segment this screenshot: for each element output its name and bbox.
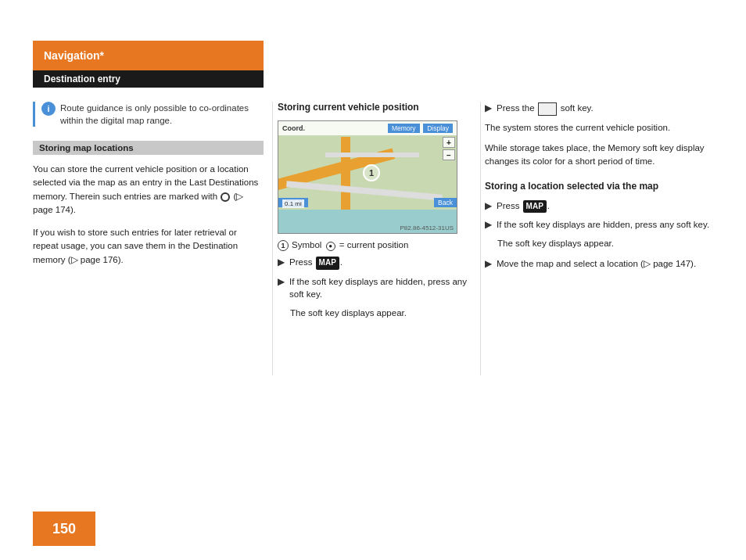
zoom-out-btn: − <box>443 149 455 160</box>
mid-bullet-2: ▶ If the soft key displays are hidden, p… <box>278 275 473 301</box>
page-number: 150 <box>52 521 76 537</box>
right-bullet-text-1: Press MAP. <box>497 199 550 214</box>
left-column: i Route guidance is only possible to co-… <box>33 102 264 276</box>
map-zoom-buttons: + − <box>441 135 457 162</box>
info-icon: i <box>41 102 56 116</box>
info-box: i Route guidance is only possible to co-… <box>33 102 264 127</box>
soft-key-box <box>538 102 558 116</box>
section-label-storing-map: Storing map locations <box>33 141 264 155</box>
mid-note-text: The soft key displays appear. <box>290 308 407 318</box>
header-title: Navigation* <box>44 49 104 62</box>
map-top-bar: Coord. Memory Display <box>278 121 457 135</box>
arrow-icon-rv2: ▶ <box>485 219 492 230</box>
map-road-h3 <box>325 153 419 157</box>
current-pos-symbol: ● <box>326 242 335 251</box>
body-text-1: You can store the current vehicle positi… <box>33 163 264 217</box>
mid-bullet-1: ▶ Press MAP. <box>278 256 473 270</box>
subheader-title: Destination entry <box>44 74 120 84</box>
right-note-1: The soft key displays appear. <box>485 237 712 250</box>
arrow-icon-rv4: ▶ <box>485 258 492 269</box>
section-heading-current-position: Storing current vehicle position <box>278 102 473 113</box>
map-watermark: P82.86-4512-31US <box>400 224 454 232</box>
caption-text: Symbol ● = current position <box>292 240 408 251</box>
caption-number: 1 <box>278 240 289 251</box>
right-bullet-4: ▶ Move the map and select a location (▷ … <box>485 257 712 271</box>
map-display-btn: Display <box>423 124 453 133</box>
arrow-icon-1: ▶ <box>278 257 285 267</box>
mid-bullet-text-1: Press MAP. <box>289 256 343 270</box>
mid-bullet-text-2: If the soft key displays are hidden, pre… <box>289 275 473 301</box>
body-text-2: If you wish to store such entries for la… <box>33 226 264 267</box>
right-bullet-2: ▶ If the soft key displays are hidden, p… <box>485 218 712 232</box>
middle-column: Storing current vehicle position Coord. … <box>278 102 473 326</box>
map-bottom-bar: Symbol Back <box>278 196 457 210</box>
mid-note: The soft key displays appear. <box>278 307 473 320</box>
blue-bar-indicator <box>33 102 35 127</box>
map-memory-btn: Memory <box>388 124 420 133</box>
navigation-header: Navigation* <box>33 41 264 70</box>
info-note-text: Route guidance is only possible to co-or… <box>60 102 264 127</box>
map-key-label-1: MAP <box>316 257 339 270</box>
right-note-text-1: The soft key displays appear. <box>497 239 614 248</box>
map-caption: 1 Symbol ● = current position <box>278 240 473 251</box>
map-scale: 0.1 mi <box>282 199 304 208</box>
map-coord-label: Coord. <box>282 124 305 132</box>
arrow-icon-2: ▶ <box>278 276 285 287</box>
right-cont-bullet-1: ▶ Press the soft key. <box>485 102 712 116</box>
divider-right <box>480 102 481 375</box>
circle-bullet-icon <box>221 192 230 202</box>
right-bullet-text-4: Move the map and select a location (▷ pa… <box>497 257 696 271</box>
arrow-icon-r1: ▶ <box>485 102 492 113</box>
right-bullet-1: ▶ Press MAP. <box>485 199 712 214</box>
map-key-label-r1: MAP <box>523 200 547 214</box>
system-stores-text: The system stores the current vehicle po… <box>485 121 712 135</box>
arrow-icon-rv1: ▶ <box>485 200 492 211</box>
right-bullet-text-2: If the soft key displays are hidden, pre… <box>497 218 709 232</box>
map-position-marker: 1 <box>363 164 380 181</box>
right-column-top: ▶ Press the soft key. The system stores … <box>485 102 712 276</box>
page-number-box: 150 <box>33 512 95 546</box>
subheader-bar: Destination entry <box>33 70 264 88</box>
right-cont-text-1: Press the soft key. <box>497 102 594 116</box>
section-heading-via-map: Storing a location selected via the map <box>485 181 712 192</box>
while-storage-text: While storage takes place, the Memory so… <box>485 142 712 167</box>
map-image: Coord. Memory Display + − 1 Symbol Back … <box>278 120 457 234</box>
divider-left <box>272 102 273 375</box>
zoom-in-btn: + <box>443 137 455 148</box>
map-back-btn: Back <box>434 198 457 207</box>
